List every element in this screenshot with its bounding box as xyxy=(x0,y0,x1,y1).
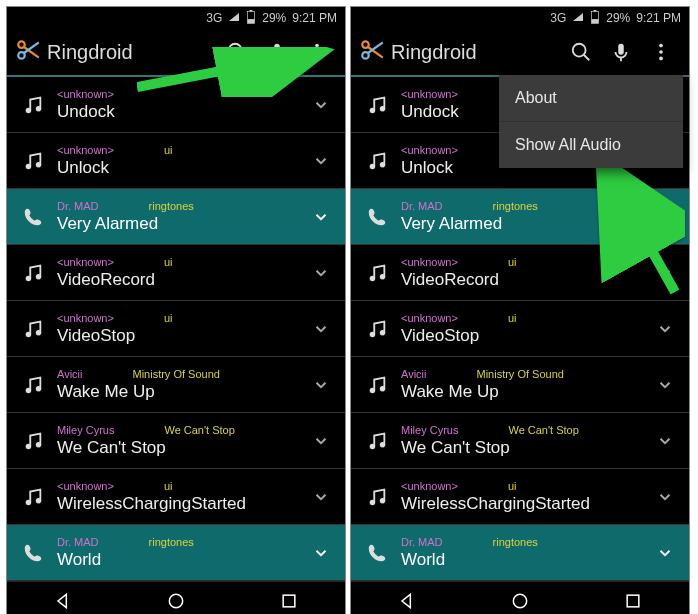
back-button[interactable] xyxy=(397,591,417,615)
status-bar: 3G 29% 9:21 PM xyxy=(351,7,689,29)
expand-button[interactable] xyxy=(647,264,683,282)
overflow-menu-button[interactable] xyxy=(297,32,337,72)
svg-point-24 xyxy=(26,443,32,449)
expand-button[interactable] xyxy=(303,544,339,562)
svg-point-16 xyxy=(26,163,32,169)
album-label: ui xyxy=(164,143,173,157)
svg-rect-29 xyxy=(283,595,295,607)
album-label: We Can't Stop xyxy=(508,423,578,437)
expand-button[interactable] xyxy=(303,432,339,450)
svg-line-8 xyxy=(240,55,246,61)
expand-button[interactable] xyxy=(303,264,339,282)
home-button[interactable] xyxy=(166,591,186,615)
list-item[interactable]: <unknown>uiWirelessChargingStarted xyxy=(7,469,345,525)
svg-rect-40 xyxy=(618,44,624,55)
list-item[interactable]: Dr. MADringtonesWorld xyxy=(7,525,345,581)
music-note-icon xyxy=(17,430,49,452)
track-title: World xyxy=(401,549,647,571)
music-note-icon xyxy=(17,486,49,508)
track-title: WirelessChargingStarted xyxy=(401,493,647,515)
list-item[interactable]: Miley CyrusWe Can't StopWe Can't Stop xyxy=(351,413,689,469)
artist-label: <unknown> xyxy=(401,479,458,493)
svg-rect-9 xyxy=(274,44,280,55)
list-item[interactable]: <unknown>uiWirelessChargingStarted xyxy=(351,469,689,525)
svg-point-19 xyxy=(36,273,42,279)
svg-point-14 xyxy=(26,107,32,113)
home-button[interactable] xyxy=(510,591,530,615)
mic-button[interactable] xyxy=(601,32,641,72)
expand-button[interactable] xyxy=(647,208,683,226)
artist-label: Miley Cyrus xyxy=(401,423,458,437)
search-button[interactable] xyxy=(561,32,601,72)
search-button[interactable] xyxy=(217,32,257,72)
album-label: We Can't Stop xyxy=(164,423,234,437)
expand-button[interactable] xyxy=(647,376,683,394)
track-title: We Can't Stop xyxy=(401,437,647,459)
svg-point-17 xyxy=(36,161,42,167)
svg-point-48 xyxy=(380,161,386,167)
svg-point-28 xyxy=(169,594,182,607)
svg-point-12 xyxy=(315,50,319,54)
back-button[interactable] xyxy=(53,591,73,615)
expand-button[interactable] xyxy=(647,488,683,506)
svg-point-13 xyxy=(315,57,319,61)
album-label: ringtones xyxy=(493,199,538,213)
expand-button[interactable] xyxy=(647,320,683,338)
album-label: ui xyxy=(164,255,173,269)
album-label: ui xyxy=(508,311,517,325)
expand-button[interactable] xyxy=(303,208,339,226)
svg-rect-60 xyxy=(627,595,639,607)
audio-list[interactable]: <unknown>Undock<unknown>uiUnlockDr. MADr… xyxy=(7,77,345,581)
list-item[interactable]: <unknown>uiVideoStop xyxy=(7,301,345,357)
svg-line-39 xyxy=(584,55,590,61)
list-item[interactable]: <unknown>uiVideoRecord xyxy=(351,245,689,301)
svg-point-47 xyxy=(370,163,376,169)
mic-button[interactable] xyxy=(257,32,297,72)
music-note-icon xyxy=(17,150,49,172)
svg-rect-33 xyxy=(592,19,599,23)
list-item[interactable]: <unknown>uiVideoRecord xyxy=(7,245,345,301)
menu-item-show-all-audio[interactable]: Show All Audio xyxy=(499,122,683,168)
svg-point-22 xyxy=(26,387,32,393)
music-note-icon xyxy=(17,318,49,340)
expand-button[interactable] xyxy=(303,320,339,338)
svg-point-57 xyxy=(370,499,376,505)
track-title: VideoRecord xyxy=(57,269,303,291)
list-item[interactable]: Dr. MADringtonesWorld xyxy=(351,525,689,581)
expand-button[interactable] xyxy=(647,432,683,450)
artist-label: <unknown> xyxy=(401,87,458,101)
list-item[interactable]: <unknown>Undock xyxy=(7,77,345,133)
artist-label: <unknown> xyxy=(57,311,114,325)
recents-button[interactable] xyxy=(279,591,299,615)
expand-button[interactable] xyxy=(303,376,339,394)
artist-label: Avicii xyxy=(57,367,82,381)
svg-point-11 xyxy=(315,44,319,48)
list-item[interactable]: Miley CyrusWe Can't StopWe Can't Stop xyxy=(7,413,345,469)
artist-label: Dr. MAD xyxy=(57,199,99,213)
phone-screen-right: 3G 29% 9:21 PM Ringdroid <unknown>Undock… xyxy=(350,6,690,614)
list-item[interactable]: <unknown>uiUnlock xyxy=(7,133,345,189)
list-item[interactable]: AviciiMinistry Of SoundWake Me Up xyxy=(7,357,345,413)
svg-point-20 xyxy=(26,331,32,337)
clock-label: 9:21 PM xyxy=(636,11,681,25)
overflow-menu-button[interactable] xyxy=(641,32,681,72)
list-item[interactable]: Dr. MADringtonesVery Alarmed xyxy=(7,189,345,245)
track-title: Wake Me Up xyxy=(401,381,647,403)
expand-button[interactable] xyxy=(303,152,339,170)
expand-button[interactable] xyxy=(647,544,683,562)
svg-point-50 xyxy=(380,273,386,279)
svg-point-21 xyxy=(36,329,42,335)
expand-button[interactable] xyxy=(303,488,339,506)
recents-button[interactable] xyxy=(623,591,643,615)
list-item[interactable]: AviciiMinistry Of SoundWake Me Up xyxy=(351,357,689,413)
artist-label: Avicii xyxy=(401,367,426,381)
nav-bar xyxy=(7,581,345,614)
list-item[interactable]: Dr. MADringtonesVery Alarmed xyxy=(351,189,689,245)
list-item[interactable]: <unknown>uiVideoStop xyxy=(351,301,689,357)
expand-button[interactable] xyxy=(303,96,339,114)
music-note-icon xyxy=(17,262,49,284)
music-note-icon xyxy=(361,486,393,508)
svg-point-55 xyxy=(370,443,376,449)
svg-point-7 xyxy=(229,44,242,57)
menu-item-about[interactable]: About xyxy=(499,75,683,122)
